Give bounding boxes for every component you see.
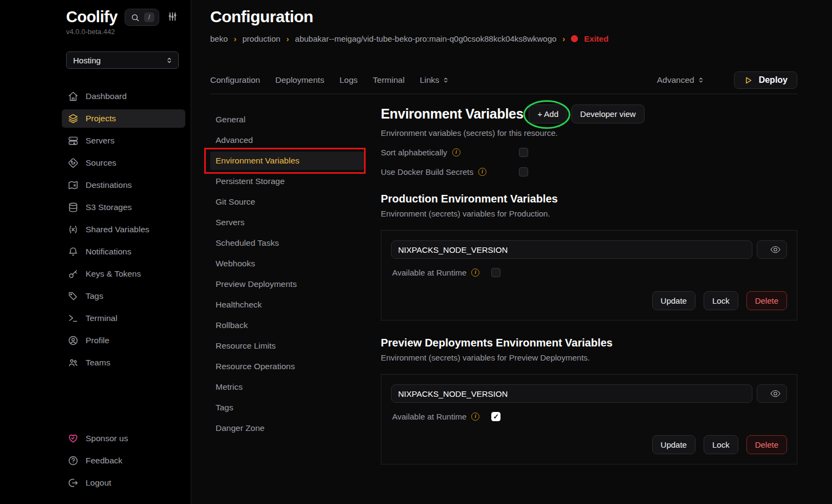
subnav-item-metrics[interactable]: Metrics — [210, 378, 364, 396]
subnav-item-danger-zone[interactable]: Danger Zone — [210, 419, 364, 437]
subnav-item-servers[interactable]: Servers — [210, 213, 364, 232]
sidebar-item-shared-variables[interactable]: Shared Variables — [62, 220, 185, 239]
docker-build-secrets-row: Use Docker Build Secrets i — [381, 167, 797, 176]
subnav-item-general[interactable]: General — [210, 110, 364, 129]
team-select-value: Hosting — [73, 56, 101, 65]
sidebar-item-teams[interactable]: Teams — [62, 354, 185, 372]
search-button[interactable]: / — [125, 9, 159, 26]
sidebar-item-destinations[interactable]: Destinations — [62, 176, 185, 194]
tab-configuration[interactable]: Configuration — [210, 75, 260, 85]
update-button[interactable]: Update — [652, 291, 696, 310]
lock-button[interactable]: Lock — [704, 435, 738, 454]
sidebar-item-sources[interactable]: Sources — [62, 154, 185, 172]
available-at-runtime-checkbox[interactable] — [491, 412, 500, 421]
lock-button[interactable]: Lock — [704, 291, 738, 310]
sidebar-item-profile[interactable]: Profile — [62, 331, 185, 350]
subnav-item-environment-variables[interactable]: Environment Variables — [210, 152, 364, 170]
subnav-item-tags[interactable]: Tags — [210, 398, 364, 417]
sidebar-item-s3-storages[interactable]: S3 Storages — [62, 198, 185, 217]
section-title: Environment Variables — [381, 106, 523, 122]
sidebar-item-label: Shared Variables — [86, 225, 150, 234]
deploy-button[interactable]: Deploy — [734, 71, 797, 89]
status-dot — [571, 35, 578, 42]
subnav-item-persistent-storage[interactable]: Persistent Storage — [210, 172, 364, 191]
sidebar-item-servers[interactable]: Servers — [62, 132, 185, 150]
sidebar-item-terminal[interactable]: Terminal — [62, 309, 185, 328]
sidebar-item-keys-tokens[interactable]: Keys & Tokens — [62, 265, 185, 283]
team-select[interactable]: Hosting — [66, 51, 179, 69]
breadcrumb-environment[interactable]: production — [243, 34, 281, 43]
info-icon: i — [452, 148, 460, 156]
docker-build-secrets-checkbox[interactable] — [519, 167, 528, 176]
app-version: v4.0.0-beta.442 — [66, 28, 185, 36]
reveal-value-button[interactable] — [770, 244, 781, 256]
sidebar-item-label: Tags — [86, 291, 103, 301]
info-icon: i — [478, 168, 486, 176]
search-shortcut-key: / — [144, 12, 154, 22]
env-var-card-production: Available at Runtime i Update Lock Delet… — [381, 230, 797, 320]
sidebar-item-label: Teams — [86, 358, 110, 368]
subnav-item-preview-deployments[interactable]: Preview Deployments — [210, 275, 364, 293]
settings-content: Environment Variables + Add Developer vi… — [381, 94, 797, 464]
database-icon — [68, 202, 79, 213]
eye-icon — [770, 244, 781, 256]
developer-view-button[interactable]: Developer view — [571, 104, 645, 123]
content-header: Environment Variables + Add Developer vi… — [381, 104, 797, 123]
chevron-right-icon: › — [287, 34, 289, 43]
update-button[interactable]: Update — [652, 435, 696, 454]
available-at-runtime-checkbox[interactable] — [491, 268, 500, 277]
breadcrumb-application[interactable]: abubakar--meigag/vid-tube-beko-pro:main-… — [295, 34, 557, 43]
subnav-item-healthcheck[interactable]: Healthcheck — [210, 296, 364, 314]
subnav-item-advanced[interactable]: Advanced — [210, 131, 364, 149]
sidebar-item-dashboard[interactable]: Dashboard — [62, 87, 185, 106]
subnav-item-resource-limits[interactable]: Resource Limits — [210, 337, 364, 355]
delete-button[interactable]: Delete — [746, 291, 787, 310]
sidebar-item-sponsor-us[interactable]: Sponsor us — [62, 429, 185, 448]
delete-button[interactable]: Delete — [746, 435, 787, 454]
page-title: Configuration — [210, 8, 797, 26]
brand-row: Coolify / — [66, 9, 185, 26]
env-var-name-input[interactable] — [391, 384, 752, 403]
subnav-item-rollback[interactable]: Rollback — [210, 316, 364, 335]
tag-icon — [68, 291, 79, 302]
breadcrumb: beko › production › abubakar--meigag/vid… — [210, 34, 797, 43]
sidebar-item-label: Notifications — [86, 247, 131, 257]
tab-links[interactable]: Links — [420, 75, 450, 85]
add-button-wrap: + Add — [529, 104, 567, 123]
sidebar-item-logout[interactable]: Logout — [62, 474, 185, 492]
sidebar-item-feedback[interactable]: Feedback — [62, 451, 185, 470]
tab-terminal[interactable]: Terminal — [373, 75, 405, 85]
subnav-item-scheduled-tasks[interactable]: Scheduled Tasks — [210, 234, 364, 252]
tab-logs[interactable]: Logs — [340, 75, 358, 85]
subnav-item-webhooks[interactable]: Webhooks — [210, 254, 364, 273]
git-source-icon — [68, 158, 79, 168]
available-at-runtime-label: Available at Runtime — [392, 268, 466, 277]
sidebar-item-label: Dashboard — [86, 91, 127, 101]
sidebar-spacer — [66, 372, 185, 429]
sidebar-item-tags[interactable]: Tags — [62, 287, 185, 305]
sidebar-item-label: Projects — [86, 114, 116, 123]
sidebar-item-projects[interactable]: Projects — [62, 109, 185, 128]
sidebar-footer: Sponsor us Feedback Logout — [62, 429, 185, 492]
app-logo: Coolify — [66, 9, 118, 26]
user-circle-icon — [68, 335, 79, 346]
content-row: General Advanced Environment Variables P… — [210, 94, 797, 464]
production-section-title: Production Environment Variables — [381, 193, 797, 205]
breadcrumb-project[interactable]: beko — [210, 34, 228, 43]
help-circle-icon — [68, 455, 79, 466]
subnav-item-git-source[interactable]: Git Source — [210, 193, 364, 211]
add-button[interactable]: + Add — [529, 104, 567, 123]
sidebar-item-label: Sponsor us — [86, 434, 128, 443]
env-var-name-input[interactable] — [391, 240, 752, 259]
sort-alphabetically-checkbox[interactable] — [519, 148, 528, 157]
sidebar-item-notifications[interactable]: Notifications — [62, 243, 185, 261]
advanced-dropdown[interactable]: Advanced — [657, 75, 705, 85]
sidebar-item-label: Keys & Tokens — [86, 269, 141, 279]
sidebar-nav: Dashboard Projects Servers Sources Desti… — [62, 87, 185, 372]
settings-sliders-button[interactable] — [167, 11, 178, 23]
tab-deployments[interactable]: Deployments — [275, 75, 324, 85]
sidebar-item-label: Destinations — [86, 180, 132, 190]
reveal-value-button[interactable] — [770, 388, 781, 400]
subnav-item-resource-operations[interactable]: Resource Operations — [210, 357, 364, 376]
chevron-up-down-icon — [442, 76, 450, 84]
